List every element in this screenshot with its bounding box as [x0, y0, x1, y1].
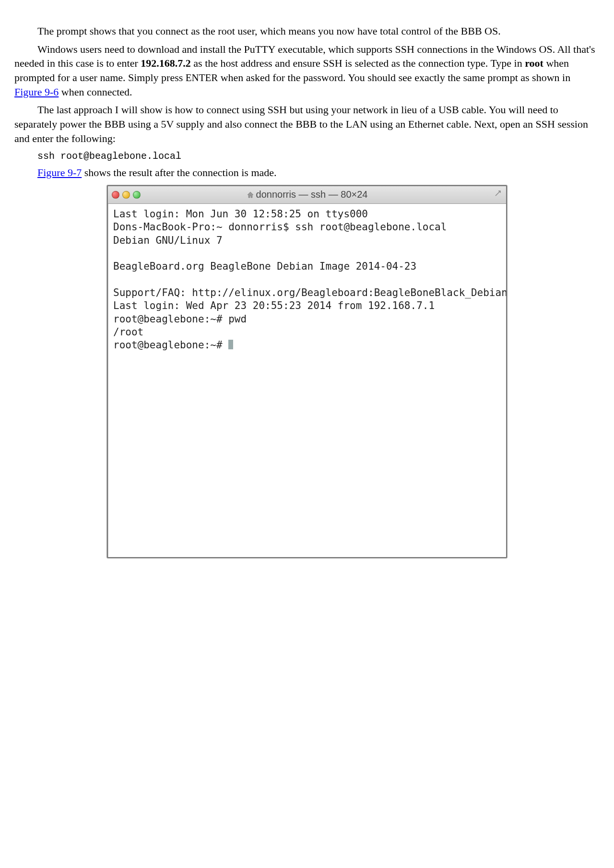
terminal-title: donnorris — ssh — 80×24 — [108, 188, 506, 202]
p2-enter-smallcaps: ENTER — [186, 72, 218, 83]
terminal-titlebar: donnorris — ssh — 80×24 — [108, 186, 506, 204]
p2-root-bold: root — [525, 57, 543, 69]
terminal-body[interactable]: Last login: Mon Jun 30 12:58:25 on ttys0… — [108, 204, 506, 557]
p2-text-e: when connected. — [59, 86, 132, 98]
cursor-icon — [228, 340, 233, 349]
p4-rest: shows the result after the connection is… — [82, 166, 276, 178]
figure-9-7-link[interactable]: Figure 9-7 — [37, 166, 82, 178]
zoom-icon[interactable] — [133, 191, 141, 199]
code-ssh-command: ssh root@beaglebone.local — [37, 150, 600, 163]
paragraph-1: The prompt shows that you connect as the… — [14, 24, 600, 38]
paragraph-3: The last approach I will show is how to … — [14, 103, 600, 145]
window-controls — [112, 191, 141, 199]
terminal-window: donnorris — ssh — 80×24 Last login: Mon … — [107, 185, 507, 558]
p2-ip-bold: 192.168.7.2 — [141, 57, 191, 69]
minimize-icon[interactable] — [122, 191, 130, 199]
p2-text-b: as the host address and ensure SSH is se… — [191, 57, 525, 69]
paragraph-4: Figure 9-7 shows the result after the co… — [14, 166, 600, 180]
terminal-title-text: donnorris — ssh — 80×24 — [256, 189, 368, 200]
expand-icon[interactable] — [493, 189, 503, 200]
home-icon — [247, 189, 254, 202]
paragraph-2: Windows users need to download and insta… — [14, 42, 600, 99]
figure-9-6-link[interactable]: Figure 9-6 — [14, 86, 59, 98]
p2-text-d: when asked for the password. You should … — [218, 71, 570, 83]
close-icon[interactable] — [112, 191, 119, 199]
